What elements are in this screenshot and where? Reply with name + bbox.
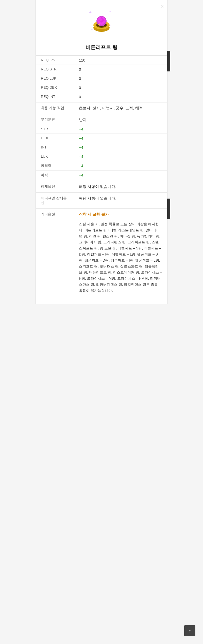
section-divider-5 (36, 208, 167, 209)
equip-label: 착용 가능 직업 (36, 103, 74, 113)
item-image-area: ✦ ✦ ✦ ✦ (36, 0, 167, 42)
item-title: 버든리프트 링 (36, 42, 167, 55)
req-stat-row: REQ INT0 (36, 92, 167, 101)
latent-value: 해당 사항이 없습니다. (74, 182, 167, 191)
weapon-label: 무기분류 (36, 115, 74, 125)
sidebar-right-handle (167, 51, 170, 71)
req-stat-row: REQ Lev110 (36, 56, 167, 65)
attr-row: INT+4 (36, 143, 167, 152)
attr-label: STR (36, 125, 74, 134)
other-options-description: 스킬 사용 시, 일정 확률로 모든 상태 이상을 해지한다. 버든리프트 링 … (79, 221, 162, 294)
other-options-label: 기타옵션 (36, 210, 74, 296)
other-options-row: 기타옵션 장착 시 교환 불가 스킬 사용 시, 일정 확률로 모든 상태 이상… (36, 210, 167, 296)
req-stat-label: REQ Lev (36, 56, 74, 65)
other-options-content: 장착 시 교환 불가 스킬 사용 시, 일정 확률로 모든 상태 이상을 해지한… (74, 210, 167, 296)
attr-row: 마력+4 (36, 171, 167, 180)
req-stat-label: REQ LUK (36, 74, 74, 83)
req-stat-row: REQ DEX0 (36, 83, 167, 92)
attr-row: LUK+4 (36, 152, 167, 161)
svg-text:✦: ✦ (109, 9, 112, 13)
req-stat-label: REQ DEX (36, 83, 74, 92)
attr-label: INT (36, 143, 74, 152)
section-divider-1 (36, 102, 167, 102)
attr-table: STR+4DEX+4INT+4LUK+4공격력+4마력+4 (36, 125, 167, 180)
scroll-top-button[interactable]: ↑ (184, 625, 195, 636)
req-stat-value: 0 (74, 92, 167, 101)
attr-value: +4 (74, 152, 167, 161)
req-stat-value: 0 (74, 65, 167, 74)
weapon-table: 무기분류 반지 (36, 115, 167, 125)
attr-label: 마력 (36, 171, 74, 180)
req-stats-table: REQ Lev110REQ STR0REQ LUK0REQ DEX0REQ IN… (36, 56, 167, 101)
latent-table: 잠재옵션 해당 사항이 없습니다. (36, 182, 167, 191)
item-modal: × ✦ ✦ ✦ ✦ (36, 0, 167, 304)
section-divider-2 (36, 114, 167, 114)
attr-label: DEX (36, 134, 74, 143)
attr-row: STR+4 (36, 125, 167, 134)
weapon-value: 반지 (74, 115, 167, 125)
item-image: ✦ ✦ ✦ ✦ (86, 8, 117, 38)
attr-value: +4 (74, 171, 167, 180)
req-stat-row: REQ LUK0 (36, 74, 167, 83)
latent-label: 잠재옵션 (36, 182, 74, 191)
req-stat-value: 0 (74, 74, 167, 83)
additional-latent-table: 에디셔널 잠재옵션 해당 사항이 없습니다. (36, 194, 167, 207)
req-stat-label: REQ INT (36, 92, 74, 101)
sidebar-right-handle2 (167, 199, 170, 219)
additional-latent-label: 에디셔널 잠재옵션 (36, 194, 74, 207)
attr-value: +4 (74, 143, 167, 152)
req-stat-label: REQ STR (36, 65, 74, 74)
latent-row: 잠재옵션 해당 사항이 없습니다. (36, 182, 167, 191)
svg-text:✦: ✦ (110, 23, 112, 27)
req-stat-value: 0 (74, 83, 167, 92)
section-divider-3 (36, 181, 167, 181)
attr-row: 공격력+4 (36, 161, 167, 171)
equip-row: 착용 가능 직업 초보자, 전사, 마법사, 궁수, 도적, 해적 (36, 103, 167, 113)
additional-latent-value: 해당 사항이 없습니다. (74, 194, 167, 207)
attr-row: DEX+4 (36, 134, 167, 143)
req-stat-value: 110 (74, 56, 167, 65)
attr-value: +4 (74, 134, 167, 143)
attr-label: 공격력 (36, 161, 74, 171)
req-stat-row: REQ STR0 (36, 65, 167, 74)
equip-value: 초보자, 전사, 마법사, 궁수, 도적, 해적 (74, 103, 167, 113)
attr-value: +4 (74, 125, 167, 134)
close-button[interactable]: × (160, 4, 164, 9)
other-options-highlight: 장착 시 교환 불가 (79, 212, 162, 217)
svg-text:✦: ✦ (88, 10, 92, 15)
attr-value: +4 (74, 161, 167, 171)
additional-latent-row: 에디셔널 잠재옵션 해당 사항이 없습니다. (36, 194, 167, 207)
attr-label: LUK (36, 152, 74, 161)
svg-text:✦: ✦ (91, 28, 93, 31)
weapon-row: 무기분류 반지 (36, 115, 167, 125)
other-options-table: 기타옵션 장착 시 교환 불가 스킬 사용 시, 일정 확률로 모든 상태 이상… (36, 210, 167, 296)
section-divider-4 (36, 192, 167, 193)
item-svg-icon: ✦ ✦ ✦ ✦ (86, 8, 117, 38)
equip-table: 착용 가능 직업 초보자, 전사, 마법사, 궁수, 도적, 해적 (36, 103, 167, 113)
